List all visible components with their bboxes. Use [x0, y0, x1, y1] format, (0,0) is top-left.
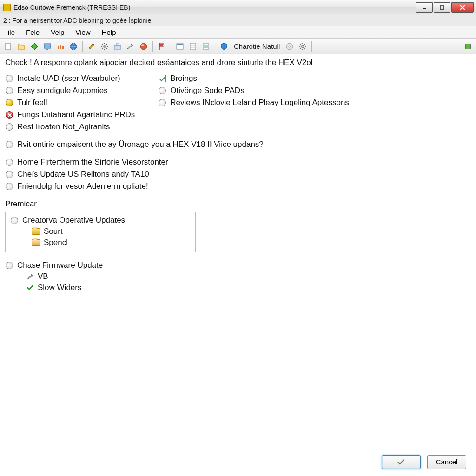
option-fniendolg[interactable]: Fniendolg for vesor Adenlerm opliate!: [5, 182, 471, 191]
doc-icon[interactable]: [2, 40, 14, 53]
menu-ile[interactable]: ile: [2, 27, 20, 38]
checkmark-icon: [159, 75, 166, 82]
sheet-icon[interactable]: [187, 40, 199, 53]
toolbar-separator: [82, 41, 83, 52]
disc-icon[interactable]: [284, 40, 296, 53]
diamond-icon[interactable]: [28, 40, 40, 53]
maximize-button[interactable]: [434, 2, 450, 13]
radio-icon: [159, 99, 166, 106]
subheader-text: 2 : For a neirsent tor ADC bléoning to g…: [3, 17, 151, 24]
chart-icon[interactable]: [54, 40, 66, 53]
panel-child-spencl[interactable]: Spencl: [32, 238, 191, 247]
toolbar-right: [465, 44, 474, 49]
subheader: 2 : For a neirsent tor ADC bléoning to g…: [0, 14, 476, 26]
content-area: Check ! A responre oplank aipociar decit…: [0, 54, 476, 448]
gear-icon[interactable]: [99, 40, 111, 53]
radio-icon: [6, 183, 13, 190]
option-inctale-uad[interactable]: Inctale UAD (sser Wearbuler): [5, 74, 135, 83]
item-label: Tulr feell: [17, 98, 47, 107]
cog-icon[interactable]: [297, 40, 309, 53]
option-tulr-feell[interactable]: Tulr feell: [5, 98, 135, 107]
toolbar-separator: [152, 41, 153, 52]
ok-button[interactable]: [382, 455, 421, 469]
toolbar-charotie-label[interactable]: Charotie Natull: [231, 42, 283, 50]
item-label: Fungs Diitahand Agartatinc PRDs: [17, 110, 135, 119]
lower-group: Home Firtertherm the Sirtorie Viesorston…: [5, 158, 471, 191]
folder-icon: [32, 239, 40, 246]
monitor-icon[interactable]: [41, 40, 53, 53]
cancel-button[interactable]: Cancel: [427, 455, 466, 469]
wrench-icon[interactable]: [125, 40, 137, 53]
titlebar[interactable]: Edso Curtowe Premenck (TRRESSI EB): [0, 0, 476, 14]
svg-point-11: [103, 45, 106, 48]
dialog-footer: Cancel: [0, 448, 476, 476]
left-column: Inctale UAD (sser Wearbuler) Easy sundig…: [5, 74, 135, 132]
option-reviews-inclovie[interactable]: Reviews INclovie Leland Pleay Logeling A…: [158, 98, 349, 107]
option-cheis-update[interactable]: Cheís Update US Reiltons andy TA10: [5, 170, 471, 179]
menu-view[interactable]: View: [70, 27, 96, 38]
option-broings[interactable]: Broings: [158, 74, 349, 83]
option-rest-iroaten[interactable]: Rest Iroaten Not_Aglranlts: [5, 122, 135, 132]
headline-text: Check ! A responre oplank aipociar decit…: [5, 58, 471, 67]
menu-help[interactable]: Help: [96, 27, 122, 38]
radio-icon: [6, 123, 13, 131]
window-title: Edso Curtowe Premenck (TRRESSI EB): [13, 4, 130, 11]
check-icon: [26, 284, 34, 291]
status-led-icon: [465, 44, 471, 49]
option-chase-firmware[interactable]: Chase Firmware Update: [5, 261, 471, 270]
ok-check-icon: [397, 459, 405, 465]
svg-point-22: [301, 45, 304, 48]
toolbar-separator: [215, 41, 215, 52]
item-label: Inctale UAD (sser Wearbuler): [17, 74, 120, 83]
shield-icon[interactable]: [218, 40, 230, 53]
svg-rect-12: [114, 45, 121, 49]
option-otivonge-sode[interactable]: Otivönge Sode PADs: [158, 86, 349, 95]
pencil-icon[interactable]: [86, 40, 98, 53]
briefcase-icon[interactable]: [112, 40, 124, 53]
option-home-firtertherm[interactable]: Home Firtertherm the Sirtorie Viesorston…: [5, 158, 471, 167]
option-fungs-diitahand[interactable]: Fungs Diitahand Agartatinc PRDs: [5, 110, 135, 119]
folder-icon[interactable]: [15, 40, 27, 53]
app-icon: [3, 4, 11, 11]
option-rvit-ontirie[interactable]: Rvit ontirie cmpaisent the ay Üronage yo…: [5, 140, 471, 149]
svg-rect-1: [440, 6, 444, 9]
option-creatorva-operative[interactable]: Creatorva Operative Updates: [10, 216, 191, 225]
item-label: Home Firtertherm the Sirtorie Viesorston…: [17, 158, 168, 167]
flag-icon[interactable]: [156, 40, 168, 53]
item-label: Creatorva Operative Updates: [22, 216, 125, 225]
minimize-button[interactable]: [416, 2, 433, 13]
radio-icon: [6, 262, 13, 269]
radio-icon: [6, 141, 13, 148]
radio-icon: [6, 87, 13, 94]
firmware-child-vb[interactable]: VB: [26, 272, 471, 281]
firmware-child-slow-widers[interactable]: Slow Widers: [26, 283, 471, 292]
radio-icon: [6, 75, 13, 82]
svg-rect-6: [46, 49, 48, 50]
sub-label: Spencl: [44, 238, 68, 247]
item-label: Otivönge Sode PADs: [170, 86, 244, 95]
menu-fele[interactable]: Fele: [20, 27, 45, 38]
svg-rect-9: [62, 46, 64, 49]
radio-icon: [11, 217, 18, 224]
sub-label: Sourt: [44, 227, 63, 236]
radio-icon: [6, 159, 13, 166]
menu-velp[interactable]: Velp: [45, 27, 70, 38]
svg-rect-3: [7, 45, 9, 45]
svg-point-14: [140, 43, 147, 50]
error-x-icon: [6, 111, 13, 119]
panel-heading: Premicar: [5, 199, 471, 209]
menubar: ile Fele Velp View Help: [0, 26, 476, 39]
premicar-panel: Creatorva Operative Updates Sourt Spencl: [5, 212, 196, 252]
toolbar-separator: [171, 41, 171, 52]
list-icon[interactable]: [200, 40, 212, 53]
svg-point-15: [141, 44, 144, 46]
panel-child-sourt[interactable]: Sourt: [32, 227, 191, 236]
item-label: Rvit ontirie cmpaisent the ay Üronage yo…: [17, 140, 264, 149]
sub-label: Slow Widers: [38, 283, 81, 292]
globe-icon[interactable]: [67, 40, 79, 53]
window-icon[interactable]: [174, 40, 186, 53]
wrench-icon: [26, 273, 34, 280]
close-button[interactable]: [451, 2, 474, 13]
option-easy-sundigule[interactable]: Easy sundigule Aupomies: [5, 86, 135, 95]
ball-icon[interactable]: [138, 40, 150, 53]
